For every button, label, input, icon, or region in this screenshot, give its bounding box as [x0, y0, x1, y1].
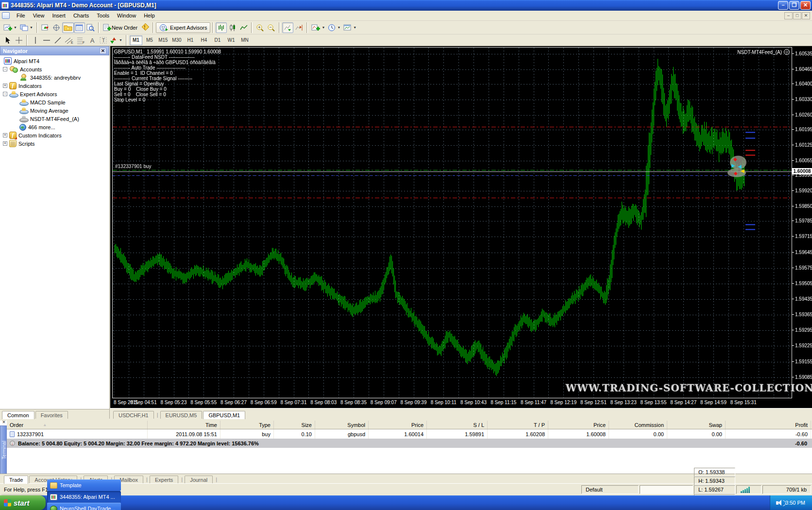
timeframe-m5[interactable]: M5 — [143, 35, 156, 45]
timeframe-d1[interactable]: D1 — [211, 35, 224, 45]
menu-help[interactable]: Help — [140, 12, 159, 19]
tree-item-nsdt-mt4feed-a-[interactable]: NSDT-MT4Feed_(A) — [0, 115, 109, 123]
terminal-button[interactable] — [74, 22, 85, 33]
menu-charts[interactable]: Charts — [69, 12, 93, 19]
vertical-line-button[interactable] — [30, 35, 41, 46]
taskbar-task-template[interactable]: Template — [47, 479, 121, 491]
tree-item-466-more-[interactable]: 466 more... — [0, 123, 109, 131]
tree-item-3448355-andreybbrv[interactable]: 3448355: andreybbrv — [0, 73, 109, 82]
zoom-out-button[interactable] — [266, 22, 277, 33]
column-header-type[interactable]: Type — [220, 421, 274, 429]
menu-tools[interactable]: Tools — [93, 12, 113, 19]
terminal-side-strip[interactable]: Terminal — [0, 425, 7, 474]
tree-item-accounts[interactable]: -Accounts — [0, 65, 109, 73]
minimize-button[interactable]: – — [778, 1, 788, 10]
tree-item-expert-advisors[interactable]: -Expert Advisors — [0, 90, 109, 98]
crosshair-button[interactable] — [13, 35, 24, 46]
expand-icon[interactable]: + — [3, 133, 7, 137]
timeframe-mn[interactable]: MN — [238, 35, 251, 45]
terminal-tab-journal[interactable]: Journal — [185, 476, 213, 484]
cursor-button[interactable] — [2, 35, 13, 46]
new-order-button[interactable]: New Order — [102, 22, 139, 33]
child-close-button[interactable]: ✕ — [802, 12, 810, 19]
column-header-t-p[interactable]: T / P — [488, 421, 548, 429]
tree-item-alpari-mt4[interactable]: Alpari MT4 — [0, 57, 109, 65]
column-header-price[interactable]: Price — [369, 421, 427, 429]
terminal-tab-trade[interactable]: Trade — [4, 476, 28, 484]
templates-button[interactable]: ▼ — [342, 22, 358, 33]
start-button[interactable]: start — [0, 495, 46, 510]
periods-button[interactable]: ▼ — [326, 22, 342, 33]
new-chart-button[interactable]: ▼ — [2, 22, 18, 33]
tree-item-indicators[interactable]: +Indicators — [0, 82, 109, 90]
horizontal-line-button[interactable] — [41, 35, 52, 46]
column-header-size[interactable]: Size — [274, 421, 315, 429]
tree-item-macd-sample[interactable]: MACD Sample — [0, 98, 109, 106]
profiles-button[interactable]: ▼ — [18, 22, 34, 33]
taskbar-task-3448355-alpari-mt4-[interactable]: 3448355: Alpari MT4 ... — [47, 491, 121, 503]
volume-icon[interactable] — [776, 501, 778, 505]
menu-insert[interactable]: Insert — [48, 12, 69, 19]
taskbar-task-neuroshell-daytrade-[interactable]: NeuroShell DayTrade... — [47, 503, 121, 510]
tree-item-moving-average[interactable]: Moving Average — [0, 106, 109, 115]
time-axis[interactable]: 8 Sep 20118 Sep 04:518 Sep 05:238 Sep 05… — [113, 400, 792, 407]
text-label-button[interactable]: T — [98, 35, 109, 46]
column-header-symbol[interactable]: Symbol — [315, 421, 369, 429]
zoom-in-button[interactable] — [254, 22, 266, 33]
text-button[interactable]: A — [86, 35, 98, 46]
data-window-button[interactable] — [51, 22, 62, 33]
chart-shift-button[interactable] — [293, 22, 304, 33]
column-header-s-l[interactable]: S / L — [427, 421, 488, 429]
warning-icon[interactable]: ! — [139, 22, 151, 33]
terminal-close-icon[interactable]: ✕ — [1, 420, 7, 425]
terminal-tab-experts[interactable]: Experts — [150, 476, 178, 484]
menu-file[interactable]: File — [13, 12, 29, 19]
expert-advisors-button[interactable]: Expert Advisors — [156, 22, 210, 33]
strategy-tester-button[interactable] — [85, 22, 96, 33]
chart-tab-usdchf-h1[interactable]: USDCHF,H1 — [113, 411, 154, 419]
timeframe-h1[interactable]: H1 — [184, 35, 197, 45]
candlestick-button[interactable] — [227, 22, 238, 33]
navigator-tab-common[interactable]: Common — [2, 411, 34, 419]
column-header-profit[interactable]: Profit — [726, 421, 811, 429]
fibonacci-button[interactable]: F — [75, 35, 86, 46]
timeframe-m1[interactable]: M1 — [130, 35, 142, 45]
expand-icon[interactable]: + — [3, 141, 7, 146]
line-chart-button[interactable] — [238, 22, 249, 33]
arrows-button[interactable]: ▼ — [109, 35, 124, 46]
timeframe-m30[interactable]: M30 — [170, 35, 183, 45]
chart-tab-eurusd-m5[interactable]: EURUSD,M5 — [160, 411, 203, 419]
column-header-time[interactable]: Time — [148, 421, 220, 429]
auto-scroll-button[interactable] — [282, 22, 293, 33]
collapse-icon[interactable]: - — [3, 92, 7, 96]
tree-item-scripts[interactable]: +Scripts — [0, 139, 109, 148]
expand-icon[interactable]: + — [3, 84, 7, 88]
close-button[interactable]: ✕ — [800, 1, 811, 10]
navigator-button[interactable] — [62, 22, 74, 33]
collapse-icon[interactable]: - — [3, 67, 7, 71]
indicators-button[interactable]: ▼ — [310, 22, 326, 33]
chart-tab-gbpusd-m1[interactable]: GBPUSD,M1 — [203, 411, 245, 419]
bar-chart-button[interactable] — [216, 22, 227, 33]
menu-view[interactable]: View — [29, 12, 49, 19]
trendline-button[interactable] — [52, 35, 63, 46]
child-restore-button[interactable]: □ — [793, 12, 801, 19]
price-axis[interactable]: 1.605351.604651.604001.603301.602601.601… — [793, 46, 812, 408]
market-watch-button[interactable] — [40, 22, 51, 33]
column-header-price[interactable]: Price — [548, 421, 609, 429]
child-minimize-button[interactable]: – — [784, 12, 793, 19]
timeframe-m15[interactable]: M15 — [157, 35, 169, 45]
restore-button[interactable]: ❐ — [789, 1, 799, 10]
profile-cell[interactable]: Default — [581, 485, 639, 494]
equidistant-channel-button[interactable]: E — [63, 35, 75, 46]
menu-window[interactable]: Window — [113, 12, 140, 19]
timeframe-h4[interactable]: H4 — [198, 35, 210, 45]
order-table-row[interactable]: 1323379012011.09.08 15:51buy0.10gbpusd1.… — [7, 429, 812, 439]
navigator-close-icon[interactable]: ✕ — [100, 48, 106, 54]
timeframe-w1[interactable]: W1 — [225, 35, 237, 45]
column-header-order[interactable]: Order▵ — [7, 421, 148, 429]
column-header-commission[interactable]: Commission — [609, 421, 667, 429]
navigator-tab-favorites[interactable]: Favorites — [35, 411, 68, 419]
column-header-swap[interactable]: Swap — [667, 421, 726, 429]
tree-item-custom-indicators[interactable]: +Custom Indicators — [0, 131, 109, 139]
